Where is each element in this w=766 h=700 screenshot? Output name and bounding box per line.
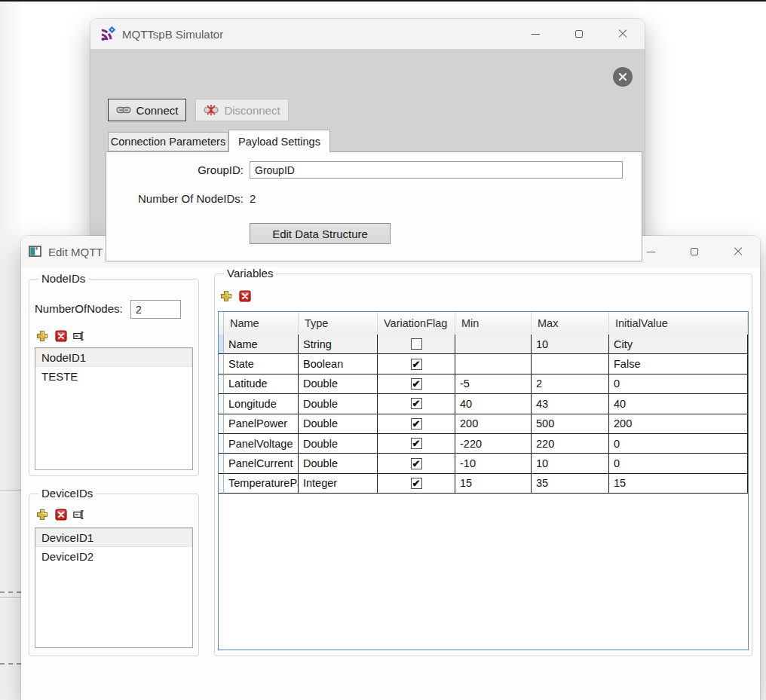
cell-max[interactable] [532,354,609,374]
cell-type[interactable]: Double [299,454,378,473]
delete-variable-icon[interactable] [238,289,251,302]
cell-max[interactable]: 10 [532,454,609,473]
list-item[interactable]: DeviceID1 [35,528,192,547]
cell-type[interactable]: Boolean [299,354,378,374]
dismiss-circle-button[interactable] [613,67,633,87]
cell-min[interactable]: -10 [455,454,532,473]
dialog-maximize-button[interactable] [673,236,716,267]
edit-data-structure-button[interactable]: Edit Data Structure [250,223,391,244]
variables-datagrid[interactable]: NameTypeVariationFlagMinMaxInitialValue … [218,311,749,650]
cell-name[interactable]: Latitude [224,374,299,394]
add-variable-icon[interactable] [219,289,232,302]
cell-min[interactable]: 15 [455,474,532,494]
checkbox-checked[interactable]: ✔ [411,418,422,429]
disconnect-button[interactable]: Disconnect [195,99,289,121]
cell-min[interactable]: -220 [455,434,532,454]
minimize-button[interactable] [513,19,557,49]
cell-name[interactable]: PanelPower [224,414,299,434]
row-header[interactable] [219,474,224,494]
close-button[interactable] [601,19,645,49]
variable-row: PanelVoltageDouble✔-2202200 [219,434,748,454]
list-item[interactable]: DeviceID2 [35,547,192,566]
checkbox-checked[interactable]: ✔ [411,398,422,409]
cell-initialvalue[interactable]: 0 [609,454,748,473]
cell-max[interactable]: 2 [532,374,609,394]
rename-device-icon[interactable] [73,508,86,521]
tab-payload-settings[interactable]: Payload Settings [228,130,330,152]
cell-min[interactable] [455,335,532,354]
cell-variationflag[interactable]: ✔ [378,414,455,434]
row-header[interactable] [219,434,224,454]
cell-type[interactable]: Integer [299,474,378,494]
cell-initialvalue[interactable]: City [609,335,748,354]
column-header-name[interactable]: Name [224,312,299,335]
rename-node-icon[interactable] [73,329,86,342]
cell-variationflag[interactable]: ✔ [378,374,455,394]
cell-min[interactable]: 40 [455,394,532,414]
tab-connection-parameters[interactable]: Connection Parameters [108,132,228,151]
maximize-button[interactable] [557,19,601,49]
checkbox-checked[interactable]: ✔ [411,359,422,370]
add-node-icon[interactable] [35,329,48,342]
cell-max[interactable]: 43 [532,394,609,414]
cell-name[interactable]: PanelCurrent [224,454,299,473]
row-header[interactable] [219,394,224,414]
delete-device-icon[interactable] [54,508,67,521]
cell-name[interactable]: Longitude [224,394,299,414]
checkbox-checked[interactable]: ✔ [411,438,422,449]
cell-name[interactable]: Name [224,335,299,354]
list-item[interactable]: NodeID1 [35,348,192,367]
cell-initialvalue[interactable]: False [609,354,748,374]
cell-initialvalue[interactable]: 0 [609,434,748,454]
row-header[interactable] [219,414,224,434]
row-header[interactable] [219,454,224,473]
cell-name[interactable]: State [224,354,299,374]
cell-min[interactable]: 200 [455,414,532,434]
row-header[interactable] [219,335,224,354]
checkbox-checked[interactable]: ✔ [411,478,422,489]
cell-variationflag[interactable] [378,335,455,354]
cell-name[interactable]: TemperaturePa [224,474,299,494]
deviceids-list[interactable]: DeviceID1DeviceID2 [35,527,193,648]
row-header[interactable] [219,354,224,374]
cell-type[interactable]: String [299,335,378,354]
row-header[interactable] [219,374,224,394]
column-header-variationflag[interactable]: VariationFlag [378,312,455,335]
numberofnodes-input[interactable] [130,300,181,319]
checkbox-unchecked[interactable] [411,338,422,350]
delete-node-icon[interactable] [54,329,67,342]
nodeids-list[interactable]: NodeID1TESTE [35,347,193,470]
dialog-close-button[interactable] [716,236,760,267]
column-header-min[interactable]: Min [455,312,532,335]
groupid-input[interactable] [250,161,623,179]
checkbox-checked[interactable]: ✔ [411,458,422,469]
connect-button[interactable]: Connect [108,99,186,121]
add-device-icon[interactable] [35,508,48,521]
column-header-max[interactable]: Max [532,312,609,335]
cell-max[interactable]: 220 [532,434,609,454]
list-item[interactable]: TESTE [35,367,192,386]
cell-name[interactable]: PanelVoltage [224,434,299,454]
cell-variationflag[interactable]: ✔ [378,434,455,454]
cell-type[interactable]: Double [299,434,378,454]
cell-variationflag[interactable]: ✔ [378,394,455,414]
cell-variationflag[interactable]: ✔ [378,454,455,473]
cell-variationflag[interactable]: ✔ [378,474,455,494]
cell-initialvalue[interactable]: 40 [609,394,748,414]
cell-min[interactable] [455,354,532,374]
cell-max[interactable]: 35 [532,474,609,494]
cell-type[interactable]: Double [299,394,378,414]
cell-type[interactable]: Double [299,374,378,394]
column-header-initialvalue[interactable]: InitialValue [609,312,748,335]
cell-type[interactable]: Double [299,414,378,434]
cell-min[interactable]: -5 [455,374,532,394]
checkbox-checked[interactable]: ✔ [411,378,422,390]
cell-max[interactable]: 10 [532,335,609,354]
cell-initialvalue[interactable]: 0 [609,374,748,394]
simulator-titlebar[interactable]: MQTTspB Simulator [90,19,645,49]
cell-initialvalue[interactable]: 200 [609,414,748,434]
column-header-type[interactable]: Type [299,312,378,335]
cell-initialvalue[interactable]: 15 [609,474,748,494]
cell-variationflag[interactable]: ✔ [378,354,455,374]
cell-max[interactable]: 500 [532,414,609,434]
